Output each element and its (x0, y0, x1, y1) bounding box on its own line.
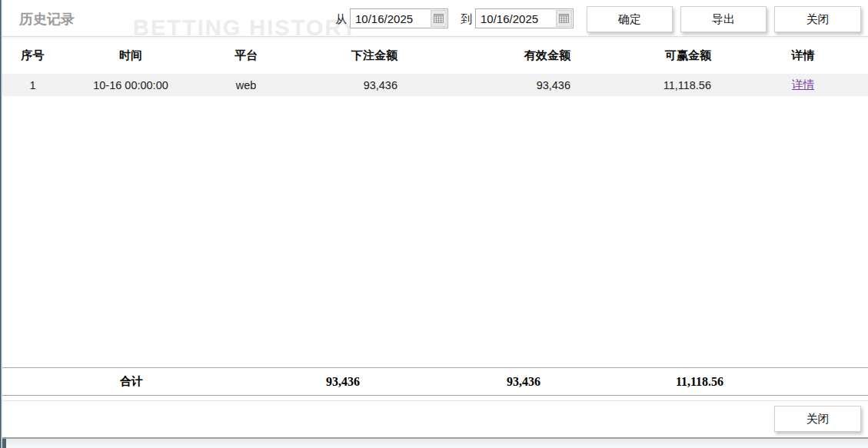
totals-valid-amount: 93,436 (423, 375, 624, 389)
cell-platform: web (196, 74, 296, 96)
col-header-bet-amount: 下注金额 (296, 37, 428, 74)
close-button-bottom[interactable]: 关闭 (774, 406, 861, 432)
dialog-header: BETTING HISTORY 历史记录 从 10/16/2025 到 10/1… (0, 0, 868, 37)
col-header-index: 序号 (0, 37, 65, 74)
export-button[interactable]: 导出 (680, 6, 767, 32)
confirm-button[interactable]: 确定 (587, 6, 673, 32)
to-calendar-icon[interactable] (556, 10, 572, 27)
totals-bet-amount: 93,436 (263, 375, 423, 389)
totals-winnable-amount: 11,118.56 (624, 375, 775, 389)
col-header-platform: 平台 (196, 37, 296, 74)
close-button-top[interactable]: 关闭 (774, 6, 861, 32)
cell-time: 10-16 00:00:00 (65, 74, 196, 96)
watermark-text: BETTING HISTORY (133, 15, 358, 37)
footer-divider (0, 400, 868, 401)
calendar-grid-icon (434, 14, 444, 23)
table-header-row: 序号 时间 平台 下注金额 有效金额 可赢金额 详情 (0, 37, 868, 74)
window-left-edge (0, 0, 2, 448)
to-date-label: 到 (461, 12, 472, 27)
cell-winnable-amount: 11,118.56 (600, 74, 738, 96)
col-header-valid-amount: 有效金额 (428, 37, 600, 74)
page-title: 历史记录 (19, 10, 75, 28)
calendar-grid-icon (559, 14, 569, 23)
cell-bet-amount: 93,436 (296, 74, 428, 96)
cell-valid-amount: 93,436 (428, 74, 600, 96)
from-calendar-icon[interactable] (431, 10, 447, 27)
from-date-value[interactable]: 10/16/2025 (351, 12, 431, 25)
cell-index: 1 (0, 74, 65, 96)
totals-row: 合计 93,436 93,436 11,118.56 (0, 367, 868, 396)
totals-label: 合计 (0, 374, 263, 389)
bottom-strip (0, 439, 868, 448)
col-header-detail: 详情 (738, 37, 868, 74)
detail-link[interactable]: 详情 (792, 78, 814, 91)
col-header-time: 时间 (65, 37, 196, 74)
to-date-input[interactable]: 10/16/2025 (475, 8, 574, 28)
table-row: 1 10-16 00:00:00 web 93,436 93,436 11,11… (0, 74, 868, 96)
from-date-label: 从 (335, 12, 347, 27)
history-table: 序号 时间 平台 下注金额 有效金额 可赢金额 详情 1 10-16 00:00… (0, 37, 868, 96)
from-date-input[interactable]: 10/16/2025 (350, 8, 448, 28)
betting-history-dialog: BETTING HISTORY 历史记录 从 10/16/2025 到 10/1… (0, 0, 868, 448)
col-header-winnable-amount: 可赢金额 (600, 37, 738, 74)
to-date-value[interactable]: 10/16/2025 (476, 12, 556, 25)
